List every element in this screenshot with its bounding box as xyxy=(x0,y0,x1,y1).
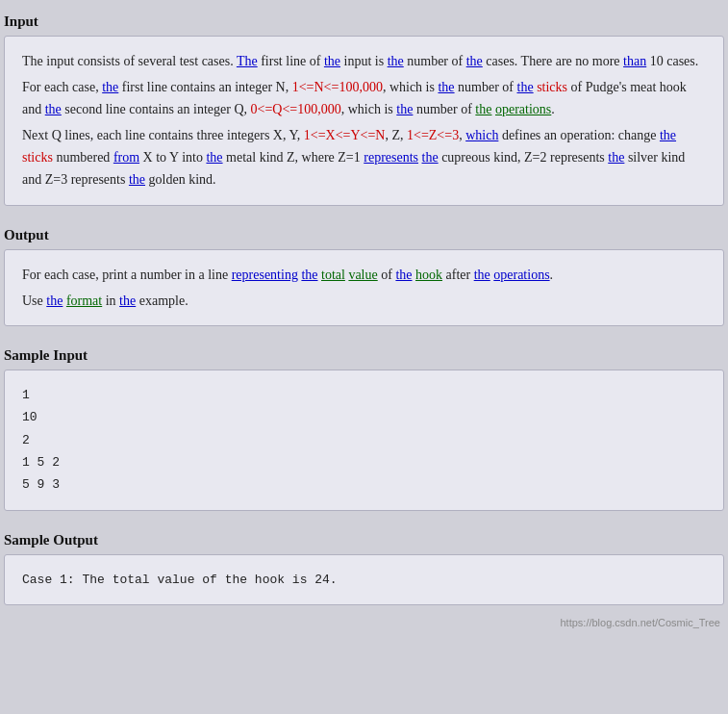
sample-output-title: Sample Output xyxy=(0,528,728,554)
text-the11: the xyxy=(475,102,491,116)
output-title: Output xyxy=(0,223,728,249)
input-section: Input The input consists of several test… xyxy=(0,0,728,214)
text-the19: the xyxy=(474,268,490,282)
text-format: format xyxy=(66,293,102,308)
sample-output-box: Case 1: The total value of the hook is 2… xyxy=(4,554,724,605)
text-the: The xyxy=(22,54,43,68)
input-para-3: Next Q lines, each line contains three i… xyxy=(22,124,706,191)
input-para-2: For each case, the first line contains a… xyxy=(22,76,706,120)
text-the21: the xyxy=(119,293,136,308)
page-container: Input The input consists of several test… xyxy=(0,0,728,632)
text-the15: the xyxy=(608,150,624,165)
input-para-1: The input consists of several test cases… xyxy=(22,50,706,72)
text-the12: the xyxy=(660,128,676,142)
text-represents: represents xyxy=(364,150,418,165)
text-the8: the xyxy=(517,80,534,94)
text-total: total xyxy=(321,268,345,282)
sample-input-line-5: 5 9 3 xyxy=(22,473,706,496)
text-the3: the xyxy=(324,54,340,68)
text-range2: 0<=Q<=100,000 xyxy=(251,102,341,116)
text-the9: the xyxy=(45,102,62,116)
text-operations: operations xyxy=(495,102,551,116)
text-representing: representing xyxy=(232,268,298,282)
text-which: which xyxy=(465,128,498,142)
text-than: than xyxy=(623,54,646,68)
text-the16: the xyxy=(129,172,145,187)
sample-output-section: Sample Output Case 1: The total value of… xyxy=(0,519,728,613)
text-sticks2: sticks xyxy=(22,150,53,165)
text-the5: the xyxy=(466,54,483,68)
sample-input-box: 1 10 2 1 5 2 5 9 3 xyxy=(4,370,724,511)
sample-input-line-2: 10 xyxy=(22,406,706,428)
output-para-2: Use the format in the example. xyxy=(22,290,706,312)
text-the10: the xyxy=(396,102,413,116)
sample-input-title: Sample Input xyxy=(0,344,728,370)
input-title: Input xyxy=(0,10,728,36)
sample-input-line-3: 2 xyxy=(22,429,706,451)
text-the6: the xyxy=(102,80,118,94)
text-range1: 1<=N<=100,000 xyxy=(292,80,383,94)
text-range4: 1<=Z<=3 xyxy=(407,128,459,142)
input-box: The input consists of several test cases… xyxy=(4,36,724,206)
watermark: https://blog.csdn.net/Cosmic_Tree xyxy=(0,613,728,632)
output-box: For each case, print a number in a line … xyxy=(4,249,724,326)
sample-input-section: Sample Input 1 10 2 1 5 2 5 9 3 xyxy=(0,334,728,519)
text-the7: the xyxy=(438,80,454,94)
text-value: value xyxy=(348,268,377,282)
text-the17: the xyxy=(301,268,317,282)
text-the2: The xyxy=(237,54,258,68)
output-section: Output For each case, print a number in … xyxy=(0,214,728,334)
text-from: from xyxy=(113,150,139,165)
sample-output-line-1: Case 1: The total value of the hook is 2… xyxy=(22,569,706,591)
text-the-output: The xyxy=(82,573,104,587)
text-hook: hook xyxy=(415,268,442,282)
text-range3: 1<=X<=Y<=N xyxy=(304,128,386,142)
text-operations2: operations xyxy=(493,268,549,282)
output-para-1: For each case, print a number in a line … xyxy=(22,264,706,286)
text-the20: the xyxy=(46,293,63,308)
text-the14: the xyxy=(422,150,439,165)
text-the13: the xyxy=(206,150,222,165)
text-the18: the xyxy=(395,268,412,282)
sample-input-line-1: 1 xyxy=(22,384,706,406)
sample-input-line-4: 1 5 2 xyxy=(22,451,706,473)
text-sticks: sticks xyxy=(537,80,567,94)
text-the4: the xyxy=(388,54,404,68)
